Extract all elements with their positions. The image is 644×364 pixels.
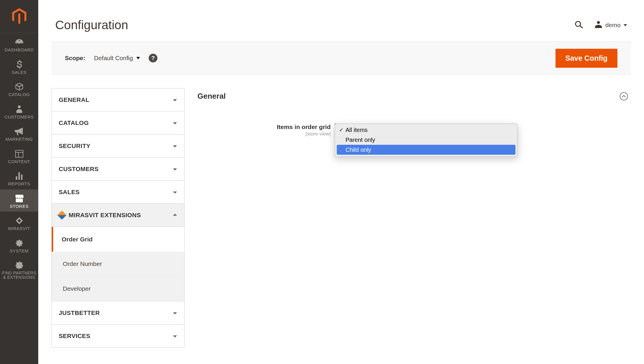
nav-label: SYSTEM <box>10 249 29 254</box>
option-child-only[interactable]: Child only <box>337 145 515 155</box>
page-title: Configuration <box>55 18 128 32</box>
tab-catalog[interactable]: CATALOG <box>52 112 184 135</box>
scope-label: Scope: <box>65 55 85 62</box>
nav-label: CUSTOMERS <box>4 115 34 120</box>
tab-security[interactable]: SECURITY <box>52 135 184 158</box>
content-row: GENERAL CATALOG SECURITY CUSTOMERS SALES <box>38 75 644 348</box>
tab-label: MIRASVIT EXTENSIONS <box>69 212 141 219</box>
field-row: Items in order grid [store view] All ite… <box>197 112 628 138</box>
scope-selector[interactable]: Default Config <box>94 55 140 62</box>
user-name: demo <box>605 22 621 29</box>
nav-label: DASHBOARD <box>5 48 34 53</box>
select-dropdown[interactable]: All items Parent only Child only <box>335 123 518 157</box>
chevron-down-icon <box>173 142 177 149</box>
admin-nav: DASHBOARD SALES CATALOG CUSTOMERS MARKET… <box>0 0 38 364</box>
page-header: Configuration demo <box>38 0 644 41</box>
nav-label: REPORTS <box>8 182 30 187</box>
tab-justbetter[interactable]: JUSTBETTER <box>52 302 184 325</box>
tab-customers[interactable]: CUSTOMERS <box>52 158 184 181</box>
nav-stores[interactable]: STORES <box>0 189 38 212</box>
nav-dashboard[interactable]: DASHBOARD <box>0 33 38 55</box>
nav-label: FIND PARTNERS & EXTENSIONS <box>2 271 37 280</box>
option-parent-only[interactable]: Parent only <box>337 135 515 145</box>
caret-down-icon <box>136 57 140 59</box>
nav-partners[interactable]: FIND PARTNERS & EXTENSIONS <box>0 256 38 283</box>
tab-label: JUSTBETTER <box>59 309 100 316</box>
store-icon <box>15 194 24 203</box>
config-tabs: GENERAL CATALOG SECURITY CUSTOMERS SALES <box>51 88 185 348</box>
bars-icon <box>15 171 23 181</box>
tab-mirasvit-extensions[interactable]: MIRASVIT EXTENSIONS <box>52 204 184 227</box>
dollar-icon <box>16 60 22 69</box>
sub-order-grid[interactable]: Order Grid <box>52 227 184 252</box>
chevron-down-icon <box>173 166 177 173</box>
nav-label: MIRASVIT <box>8 226 30 231</box>
field-label-col: Items in order grid [store view] <box>197 123 335 137</box>
nav-customers[interactable]: CUSTOMERS <box>0 100 38 123</box>
nav-system[interactable]: SYSTEM <box>0 234 38 257</box>
header-actions: demo <box>574 20 627 30</box>
select-wrap: All items Parent only Child only <box>335 123 516 138</box>
nav-catalog[interactable]: CATALOG <box>0 78 38 100</box>
nav-label: SALES <box>12 70 27 75</box>
tab-label: SALES <box>59 189 80 196</box>
mirasvit-diamond-icon <box>57 210 66 220</box>
nav-marketing[interactable]: MARKETING <box>0 122 38 145</box>
user-menu[interactable]: demo <box>595 20 627 30</box>
tab-label-wrap: MIRASVIT EXTENSIONS <box>59 212 141 219</box>
mirasvit-subitems: Order Grid Order Number Developer <box>52 227 184 302</box>
tab-label: SERVICES <box>59 332 90 339</box>
scope-left: Scope: Default Config ? <box>65 54 157 62</box>
save-config-button[interactable]: Save Config <box>556 49 617 68</box>
chevron-down-icon <box>173 119 177 126</box>
scope-value-text: Default Config <box>94 55 133 62</box>
box-icon <box>15 82 24 92</box>
nav-content[interactable]: CONTENT <box>0 145 38 167</box>
nav-reports[interactable]: REPORTS <box>0 167 38 189</box>
puzzle-icon <box>15 260 23 270</box>
option-all-items[interactable]: All items <box>337 125 515 135</box>
layout-icon <box>15 149 23 159</box>
chevron-down-icon <box>173 96 177 103</box>
nav-label: MARKETING <box>6 137 33 142</box>
gauge-icon <box>15 37 24 47</box>
tab-label: CUSTOMERS <box>59 166 99 173</box>
chevron-down-icon <box>173 189 177 196</box>
chevron-up-icon <box>173 212 177 219</box>
nav-label: STORES <box>10 204 28 209</box>
user-icon <box>595 20 602 30</box>
sub-order-number[interactable]: Order Number <box>52 252 184 276</box>
sub-developer[interactable]: Developer <box>52 276 184 301</box>
search-icon[interactable] <box>574 20 584 30</box>
config-panel: General Items in order grid [store view]… <box>197 88 631 348</box>
person-icon <box>16 104 22 114</box>
section-title: General <box>197 92 226 101</box>
caret-down-icon <box>624 24 627 26</box>
section-head: General <box>197 88 628 112</box>
megaphone-icon <box>15 126 24 136</box>
main-content: Configuration demo Scope: Default Config… <box>38 0 644 364</box>
collapse-button[interactable] <box>620 92 628 100</box>
nav-label: CONTENT <box>8 159 30 164</box>
field-label: Items in order grid <box>197 123 331 130</box>
tab-sales[interactable]: SALES <box>52 181 184 204</box>
field-scope: [store view] <box>197 131 331 137</box>
tab-label: SECURITY <box>59 142 91 149</box>
gear-icon <box>15 238 23 248</box>
chevron-down-icon <box>173 309 177 316</box>
help-icon[interactable]: ? <box>149 54 157 62</box>
chevron-down-icon <box>173 332 177 339</box>
nav-label: CATALOG <box>8 92 30 97</box>
tab-general[interactable]: GENERAL <box>52 88 184 112</box>
tab-label: GENERAL <box>59 96 89 103</box>
nav-mirasvit[interactable]: MIRASVIT <box>0 212 38 234</box>
magento-logo[interactable] <box>0 0 38 33</box>
scope-bar: Scope: Default Config ? Save Config <box>51 41 631 75</box>
mirasvit-icon <box>15 216 23 226</box>
nav-sales[interactable]: SALES <box>0 55 38 78</box>
tab-label: CATALOG <box>59 119 89 126</box>
tab-services[interactable]: SERVICES <box>52 325 184 348</box>
